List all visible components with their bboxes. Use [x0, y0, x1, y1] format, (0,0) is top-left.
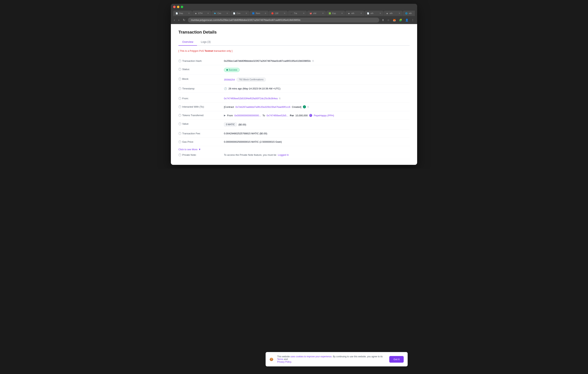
contract-address-link[interactable]: 0x7eb287aabbbd7a9fc20a320b15fa47bae89f1c…	[235, 106, 290, 108]
row-tx-fee: ? Transaction Fee: 0.004294802525768815 …	[178, 129, 410, 138]
tab-label: ETH	[198, 12, 206, 14]
alert-prefix: [ This is a Polygon PoS	[178, 49, 205, 52]
to-suffix: Created]	[292, 106, 301, 108]
help-icon[interactable]: ?	[178, 140, 181, 143]
copy-icon[interactable]: ⎘	[307, 106, 309, 108]
tab-overview[interactable]: Overview	[178, 38, 197, 46]
tab-label: Ces	[218, 12, 225, 14]
copy-icon[interactable]: ⎘	[279, 97, 281, 100]
maximize-button[interactable]	[181, 6, 183, 8]
menu-icon[interactable]: ⋮	[411, 18, 415, 22]
value-amount-badge: 0 MATIC	[224, 122, 237, 127]
browser-tab-exp[interactable]: 🟩 Exp ✕	[326, 11, 345, 16]
help-icon[interactable]: ?	[178, 87, 181, 90]
label-gas-price: ? Gas Price:	[178, 140, 220, 143]
tab-close-icon[interactable]: ✕	[284, 12, 285, 15]
tab-logs[interactable]: Logs (3)	[197, 38, 214, 46]
close-button[interactable]	[173, 6, 176, 8]
forward-button[interactable]: ›	[178, 18, 180, 22]
copy-icon[interactable]: ⎘	[312, 60, 314, 62]
tab-label: Dep	[179, 12, 187, 14]
browser-tab-eth[interactable]: ◆ ETH ✕	[192, 11, 211, 16]
tab-favicon: 📄	[233, 12, 235, 15]
tokens-from-label: From	[227, 114, 233, 117]
browser-tab-eth4[interactable]: ◆ eth ✕	[384, 11, 403, 16]
tab-close-icon[interactable]: ✕	[207, 12, 209, 15]
help-icon[interactable]: ?	[178, 68, 181, 71]
browser-tab-rem[interactable]: 🟦 Rem ✕	[250, 11, 269, 16]
help-icon[interactable]: ?	[178, 122, 181, 125]
profile-icon[interactable]: 👤	[404, 18, 409, 22]
label-block: ? Block:	[178, 77, 220, 80]
browser-tab-eth5[interactable]: 🌐 eth ✕	[403, 11, 415, 16]
row-timestamp: ? Timestamp: 🕐 28 mins ago (May-14-2023 …	[178, 85, 410, 93]
click-more-link[interactable]: Click to see More ▼	[178, 148, 410, 151]
row-private-note: ? Private Note: To access the Private No…	[178, 151, 410, 159]
share-icon[interactable]: ⬆	[381, 18, 385, 22]
address-bar[interactable]: mumbai.polygonscan.com/tx/0x256ec1a87db8…	[188, 18, 379, 22]
tab-close-icon[interactable]: ✕	[360, 12, 362, 15]
row-block: ? Block: 35568254 792 Block Confirmation…	[178, 75, 410, 85]
tab-close-icon[interactable]: ✕	[226, 12, 228, 15]
tokens-to-link[interactable]: 0x7474f06ee52b5...	[267, 114, 288, 117]
alert-banner: [ This is a Polygon PoS Testnet transact…	[178, 49, 410, 52]
label-tx-fee: ? Transaction Fee:	[178, 132, 220, 135]
help-icon[interactable]: ?	[178, 97, 181, 100]
puzzle-icon[interactable]: 🧩	[398, 18, 403, 22]
tab-favicon: ◆	[348, 12, 350, 15]
tab-label: eth	[409, 12, 415, 14]
browser-tab-dep[interactable]: 📄 Dep ✕	[173, 11, 192, 16]
help-icon[interactable]: ?	[178, 77, 181, 80]
to-prefix: [Contract	[224, 106, 234, 108]
tab-close-icon[interactable]: ✕	[303, 12, 304, 15]
tab-favicon: 🌐	[405, 12, 408, 15]
tab-close-icon[interactable]: ✕	[245, 12, 247, 15]
value-status: Success	[224, 68, 410, 72]
row-status: ? Status: Success	[178, 65, 410, 75]
tab-favicon: 📄	[367, 12, 369, 15]
row-to: ? Interacted With (To): [Contract 0x7eb2…	[178, 103, 410, 111]
browser-tab-ces[interactable]: 🐦 Ces ✕	[211, 11, 230, 16]
help-icon[interactable]: ?	[178, 153, 181, 156]
tab-label: chil	[313, 12, 321, 14]
help-icon[interactable]: ?	[178, 114, 181, 117]
help-icon[interactable]: ?	[178, 132, 181, 135]
tab-close-icon[interactable]: ✕	[379, 12, 381, 15]
tab-label: Tra	[294, 12, 302, 14]
label-tokens: ? Tokens Transferred:	[178, 114, 220, 117]
alert-suffix: transaction only ]	[213, 49, 232, 52]
value-value: 0 MATIC ($0.00)	[224, 122, 410, 127]
bookmark-icon[interactable]: ☆	[387, 18, 390, 22]
back-button[interactable]: ‹	[173, 18, 176, 22]
block-number-link[interactable]: 35568254	[224, 78, 235, 81]
browser-tab-eth3[interactable]: 📄 eth ✕	[365, 11, 383, 16]
browser-tab-eth2[interactable]: ◆ eth ✕	[345, 11, 364, 16]
tab-label: Exp	[332, 12, 340, 14]
help-icon[interactable]: ?	[178, 60, 181, 62]
minimize-button[interactable]	[177, 6, 179, 8]
refresh-button[interactable]: ↻	[182, 17, 186, 22]
browser-tab-con[interactable]: 📄 Con ✕	[231, 11, 250, 16]
arrow-icon: ▶	[224, 114, 226, 117]
tab-favicon: 🟦	[252, 12, 255, 15]
help-icon[interactable]: ?	[178, 105, 181, 108]
extension-icon[interactable]: 🦊	[392, 18, 397, 22]
label-value: ? Value:	[178, 122, 220, 125]
browser-tab-18[interactable]: 🔴 (18! ✕	[269, 11, 288, 16]
confirmations-badge: 792 Block Confirmations	[236, 77, 266, 82]
row-transaction-hash: ? Transaction Hash: 0x256ec1a87db80f8bbd…	[178, 57, 410, 65]
tab-close-icon[interactable]: ✕	[399, 12, 400, 15]
chevron-down-icon: ▼	[198, 148, 201, 151]
row-from: ? From: 0x7474f06ee52b533f4ef02fa00f72dc…	[178, 94, 410, 103]
tokens-from-link[interactable]: 0x0000000000000000...	[234, 114, 261, 117]
tab-close-icon[interactable]: ✕	[341, 12, 343, 15]
value-gas-price: 0.000000002500000015 MATIC (2.500000015 …	[224, 140, 410, 143]
token-icon	[309, 114, 312, 117]
from-address-link[interactable]: 0x7474f06ee52b533f4ef02fa00f72dc25c0b364…	[224, 97, 278, 100]
tab-close-icon[interactable]: ✕	[322, 12, 324, 15]
browser-tab-chil[interactable]: 🐙 chil ✕	[307, 11, 326, 16]
logged-in-link[interactable]: Logged In	[278, 153, 289, 156]
tab-close-icon[interactable]: ✕	[265, 12, 266, 15]
tab-close-icon[interactable]: ✕	[188, 12, 190, 15]
browser-tab-tra[interactable]: ⚫ Tra ✕	[288, 11, 307, 16]
